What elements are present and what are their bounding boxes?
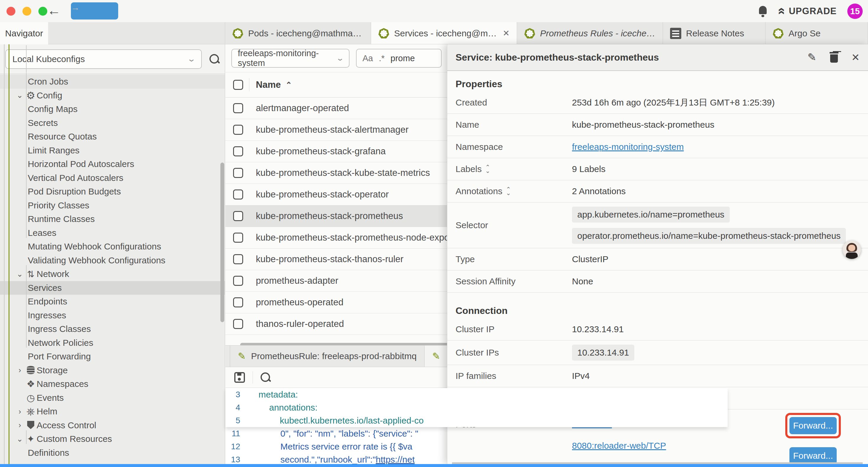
back-arrow-icon[interactable]: ← <box>47 2 61 20</box>
property-values: 2 Annotations <box>572 182 860 200</box>
editor-tab[interactable]: ✎ PrometheusRule: freeleaps-prod-rabbitm… <box>230 346 425 367</box>
sidebar-item[interactable]: › Storage <box>0 363 225 377</box>
property-value[interactable]: kube-prometheus-stack-prometheus <box>572 120 714 130</box>
row-checkbox[interactable] <box>233 319 243 329</box>
sidebar-item[interactable]: ⌄ Network <box>0 267 225 281</box>
row-checkbox[interactable] <box>233 168 243 178</box>
property-row: Selector ⌃⌄ app.kubernetes.io/name=prome… <box>447 202 868 248</box>
sidebar-item[interactable]: Endpoints <box>0 295 225 309</box>
sidebar-item[interactable]: ⌄ Custom Resources <box>0 432 225 446</box>
kubeconfig-select[interactable]: Local Kubeconfigs ⌄ <box>5 49 202 69</box>
sidebar-item[interactable]: ⌄ Config <box>0 89 225 103</box>
sidebar-item[interactable]: › Access Control <box>0 418 225 432</box>
expander-chevron-icon[interactable]: › <box>15 407 25 416</box>
sidebar-item[interactable]: Namespaces <box>0 377 225 391</box>
user-avatar[interactable] <box>843 241 861 259</box>
property-value[interactable]: 253d 16h 6m ago (2025年1月13日 GMT+8 1:25:3… <box>572 97 775 109</box>
expander-chevron-icon[interactable]: ⌄ <box>15 91 25 100</box>
expander-chevron-icon[interactable]: ⌄ <box>15 435 25 444</box>
sidebar-item[interactable]: Vertical Pod Autoscalers <box>0 171 225 185</box>
property-value[interactable]: freeleaps-monitoring-system <box>572 142 684 152</box>
zoom-window-button[interactable] <box>38 7 47 16</box>
sidebar-item[interactable]: Leases <box>0 226 225 240</box>
sidebar-item-icon <box>25 433 37 444</box>
content-tab[interactable]: Pods - icecheng@mathmas... <box>225 22 371 44</box>
sidebar-item[interactable]: Limit Ranges <box>0 144 225 157</box>
sidebar-item[interactable]: Horizontal Pod Autoscalers <box>0 157 225 171</box>
content-tab[interactable]: Argo Se <box>766 22 868 44</box>
navigator-tab[interactable]: Navigator <box>0 22 48 44</box>
expander-chevron-icon[interactable]: › <box>15 366 25 375</box>
expander-chevron-icon[interactable]: › <box>15 420 25 430</box>
expand-collapse-sort-icon[interactable]: ⌃⌄ <box>485 165 490 173</box>
upgrade-button[interactable]: « UPGRADE <box>778 6 837 17</box>
delete-trash-icon[interactable] <box>830 52 838 63</box>
port-link[interactable]: 8080:reloader-web/TCP <box>572 441 666 451</box>
row-checkbox[interactable] <box>233 297 243 308</box>
expand-collapse-sort-icon[interactable]: ⌃⌄ <box>506 187 511 195</box>
row-checkbox[interactable] <box>233 233 243 243</box>
sidebar-item[interactable]: Ingress Classes <box>0 322 225 336</box>
notifications-bell-icon[interactable] <box>758 5 768 17</box>
save-icon[interactable] <box>234 372 245 383</box>
property-value[interactable]: 9 Labels <box>572 164 606 174</box>
sidebar-item[interactable]: Mutating Webhook Configurations <box>0 240 225 254</box>
property-label: Created <box>456 97 487 108</box>
property-value[interactable]: 2 Annotations <box>572 186 626 196</box>
select-all-checkbox[interactable] <box>233 80 243 90</box>
sort-ascending-icon[interactable]: ⌃ <box>285 80 292 90</box>
notification-count-badge[interactable]: 15 <box>847 4 863 19</box>
sidebar-search-icon[interactable] <box>210 54 219 64</box>
sidebar-item[interactable]: Events <box>0 391 225 405</box>
sidebar-item[interactable]: Pod Disruption Budgets <box>0 185 225 199</box>
minimize-window-button[interactable] <box>23 7 31 16</box>
row-checkbox[interactable] <box>233 125 243 135</box>
row-checkbox[interactable] <box>233 189 243 200</box>
close-window-button[interactable] <box>6 7 16 16</box>
sidebar-item[interactable]: Ingresses <box>0 309 225 322</box>
sidebar-scrollbar[interactable] <box>220 163 224 322</box>
namespace-select[interactable]: freeleaps-monitoring-system ⌄ <box>231 49 349 68</box>
close-panel-icon[interactable]: ✕ <box>851 52 860 63</box>
sidebar-item[interactable]: Services <box>0 281 225 295</box>
name-column-header[interactable]: Name <box>256 80 281 90</box>
sidebar-item[interactable]: Resource Quotas <box>0 130 225 144</box>
expander-chevron-icon[interactable]: ⌄ <box>15 269 25 279</box>
sidebar-item-label: Network Policies <box>28 338 93 348</box>
close-tab-icon[interactable]: ✕ <box>503 28 509 38</box>
edit-pencil-icon[interactable]: ✎ <box>807 51 816 63</box>
sidebar-item[interactable]: Config Maps <box>0 102 225 116</box>
property-value[interactable]: app.kubernetes.io/name=prometheus <box>572 207 730 223</box>
sidebar-item[interactable]: Port Forwarding <box>0 350 225 363</box>
content-tab[interactable]: Services - icecheng@math... ✕ <box>371 22 517 44</box>
forward-arrow-icon[interactable]: → <box>71 2 118 20</box>
property-value[interactable]: None <box>572 276 593 286</box>
editor-search-icon[interactable] <box>260 372 271 382</box>
content-tab[interactable]: Prometheus Rules - icecheng... <box>517 22 663 44</box>
sidebar-item[interactable]: Runtime Classes <box>0 212 225 226</box>
filter-input[interactable]: Aa .* prome <box>356 49 442 68</box>
property-value[interactable]: ClusterIP <box>572 254 608 264</box>
port-link[interactable]: 10.233.14.91 <box>572 345 634 360</box>
sidebar-item[interactable]: Network Policies <box>0 336 225 350</box>
forward-button[interactable]: Forward... <box>789 417 837 434</box>
forward-button[interactable]: Forward... <box>789 447 837 464</box>
port-link[interactable]: 10.233.14.91 <box>572 324 624 334</box>
sidebar-item[interactable]: Definitions <box>0 446 225 460</box>
sidebar-item[interactable]: › Helm <box>0 405 225 418</box>
port-link[interactable]: IPv4 <box>572 371 590 381</box>
row-checkbox[interactable] <box>233 146 243 156</box>
sidebar-item[interactable]: Secrets <box>0 116 225 130</box>
match-case-icon[interactable]: Aa <box>363 54 373 63</box>
row-checkbox[interactable] <box>233 103 243 113</box>
regex-icon[interactable]: .* <box>379 54 384 63</box>
row-checkbox[interactable] <box>233 211 243 221</box>
row-checkbox[interactable] <box>233 254 243 264</box>
editor-tab-partial[interactable]: ✎ <box>425 346 448 367</box>
sidebar-item[interactable]: Priority Classes <box>0 199 225 212</box>
sidebar-item[interactable]: Cron Jobs <box>0 75 225 89</box>
property-value[interactable]: operator.prometheus.io/name=kube-prometh… <box>572 228 846 244</box>
row-checkbox[interactable] <box>233 276 243 286</box>
sidebar-item[interactable]: Validating Webhook Configurations <box>0 254 225 267</box>
content-tab[interactable]: Release Notes <box>663 22 766 44</box>
